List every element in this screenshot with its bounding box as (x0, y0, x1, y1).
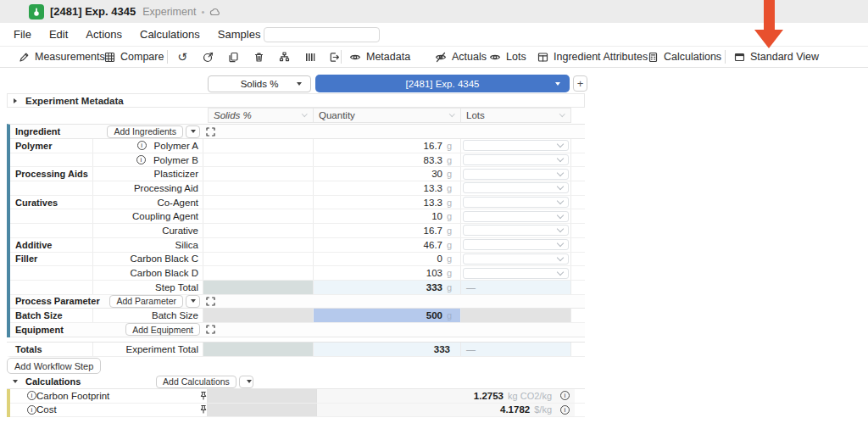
menu-file[interactable]: File (14, 28, 31, 41)
formulation-view-dropdown[interactable]: Solids % (208, 75, 311, 92)
batch-size-row: Batch Size Batch Size 500g (10, 309, 585, 323)
column-header-quantity[interactable]: Quantity (314, 108, 461, 123)
solids-cell[interactable] (203, 224, 314, 237)
step-total-label: Step Total (93, 281, 203, 294)
columns-button[interactable] (302, 47, 317, 67)
quantity-cell[interactable]: 16.7g (314, 224, 461, 237)
quantity-cell[interactable]: 16.7g (314, 139, 461, 153)
actuals-toggle[interactable]: Actuals (435, 47, 487, 67)
lot-select[interactable] (463, 268, 569, 279)
ingredient-name-cell[interactable]: Coupling Agent (93, 209, 203, 223)
expand-section-icon[interactable] (206, 325, 215, 334)
export-button[interactable] (326, 47, 342, 67)
step-total-row: Step Total 333g — (10, 281, 585, 295)
target-button[interactable] (200, 47, 215, 67)
menu-actions[interactable]: Actions (86, 28, 122, 41)
experiment-tab[interactable]: [2481] Exp. 4345 (315, 75, 570, 92)
standard-view-button[interactable]: Standard View (734, 47, 819, 67)
info-icon[interactable] (560, 391, 570, 400)
delete-button[interactable] (251, 47, 266, 67)
ingredient-name-cell[interactable]: Carbon Black C (93, 253, 203, 266)
solids-cell[interactable] (203, 139, 314, 153)
ingredient-name-cell[interactable]: Silica (93, 238, 203, 252)
solids-cell[interactable] (203, 253, 314, 266)
measurements-button[interactable]: Measurements (19, 47, 105, 67)
info-icon[interactable] (27, 405, 36, 415)
info-icon[interactable] (137, 141, 147, 150)
menu-search-input[interactable] (264, 27, 380, 42)
eye-icon (489, 52, 501, 63)
ingredient-attributes-toggle[interactable]: Ingredient Attributes (537, 47, 648, 67)
pin-icon[interactable] (200, 404, 207, 417)
compare-button[interactable]: Compare (104, 47, 164, 67)
solids-cell[interactable] (203, 167, 314, 181)
calculations-section: Calculations Add Calculations Carbon Foo… (7, 375, 585, 417)
solids-cell[interactable] (203, 181, 314, 195)
expand-section-icon[interactable] (206, 297, 215, 306)
solids-cell[interactable] (203, 238, 314, 252)
batch-quantity-cell[interactable]: 500g (314, 309, 461, 322)
lot-select[interactable] (463, 225, 569, 236)
category-cell (10, 181, 93, 195)
solids-cell[interactable] (203, 266, 314, 280)
column-header-lots[interactable]: Lots (461, 108, 571, 123)
menu-samples[interactable]: Samples (218, 28, 261, 41)
chevron-down-icon (557, 226, 564, 232)
workflow-tree-button[interactable] (276, 47, 292, 67)
lot-select[interactable] (463, 169, 569, 180)
quantity-cell[interactable]: 13.3g (314, 196, 461, 209)
ingredient-name-cell[interactable]: Polymer B (93, 153, 203, 167)
info-icon[interactable] (27, 391, 36, 400)
lot-select[interactable] (463, 253, 569, 265)
menu-bar: File Edit Actions Calculations Samples V… (0, 23, 868, 47)
cloud-sync-icon (209, 7, 221, 17)
quantity-cell[interactable]: 83.3g (314, 153, 461, 167)
ingredient-row: Additive Silica 46.7g (10, 238, 585, 253)
add-calculations-caret-button[interactable] (239, 376, 253, 388)
toolbar-divider (341, 50, 342, 64)
copy-button[interactable] (225, 47, 241, 67)
add-ingredients-button[interactable]: Add Ingredients (107, 125, 183, 138)
add-workflow-step-button[interactable]: Add Workflow Step (7, 358, 101, 374)
ingredient-name-cell[interactable]: Carbon Black D (93, 266, 203, 280)
solids-cell[interactable] (203, 153, 314, 167)
add-column-button[interactable]: + (573, 75, 587, 92)
ingredient-name-cell[interactable]: Plasticizer (93, 167, 203, 181)
add-ingredients-caret-button[interactable] (186, 125, 200, 138)
pin-icon[interactable] (200, 389, 207, 403)
lot-select[interactable] (463, 197, 569, 208)
lot-select[interactable] (463, 239, 569, 250)
column-header-solids[interactable]: Solids % (208, 108, 314, 123)
quantity-cell[interactable]: 30g (314, 167, 461, 181)
quantity-cell[interactable]: 0g (314, 253, 461, 266)
info-icon[interactable] (560, 405, 570, 415)
menu-edit[interactable]: Edit (49, 28, 68, 41)
solids-cell[interactable] (203, 209, 314, 223)
info-icon[interactable] (136, 155, 146, 164)
lot-select[interactable] (463, 182, 569, 193)
lot-select[interactable] (463, 154, 569, 165)
quantity-cell[interactable]: 13.3g (314, 181, 461, 195)
menu-calculations[interactable]: Calculations (140, 28, 200, 41)
calculations-toggle[interactable]: Calculations (648, 47, 721, 67)
quantity-cell[interactable]: 103g (314, 266, 461, 280)
solids-cell[interactable] (203, 196, 314, 209)
lot-select[interactable] (463, 140, 569, 151)
ingredient-name-cell[interactable]: Curative (93, 224, 203, 237)
ingredient-name-cell[interactable]: Processing Aid (93, 181, 203, 195)
add-parameter-button[interactable]: Add Parameter (109, 295, 183, 308)
experiment-metadata-row[interactable]: Experiment Metadata (7, 93, 585, 108)
quantity-cell[interactable]: 10g (314, 209, 461, 223)
add-equipment-button[interactable]: Add Equipment (125, 323, 200, 336)
quantity-cell[interactable]: 46.7g (314, 238, 461, 252)
add-calculations-button[interactable]: Add Calculations (156, 376, 236, 388)
ingredient-name-cell[interactable]: Polymer A (93, 139, 203, 153)
lot-select[interactable] (463, 211, 569, 222)
add-parameter-caret-button[interactable] (186, 295, 200, 308)
collapse-triangle-icon[interactable] (13, 380, 18, 383)
undo-button[interactable]: ↺ (175, 47, 190, 67)
ingredient-name-cell[interactable]: Co-Agent (93, 196, 203, 209)
metadata-toggle[interactable]: Metadata (349, 47, 410, 67)
expand-section-icon[interactable] (206, 127, 215, 136)
lots-toggle[interactable]: Lots (489, 47, 526, 67)
